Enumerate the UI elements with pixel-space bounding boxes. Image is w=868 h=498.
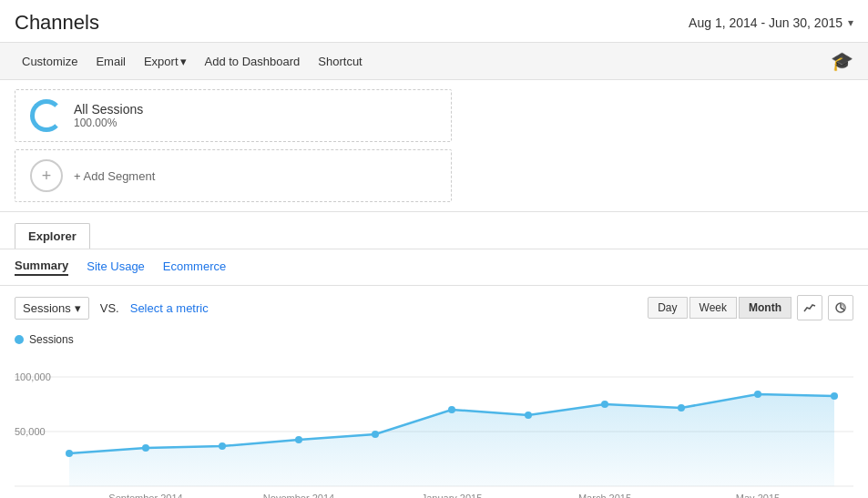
chart-point bbox=[525, 412, 532, 419]
add-segment-circle-icon: + bbox=[30, 159, 63, 192]
select-metric-link[interactable]: Select a metric bbox=[130, 301, 209, 315]
export-chevron-icon: ▾ bbox=[180, 55, 187, 68]
svg-text:January 2015: January 2015 bbox=[422, 493, 483, 498]
date-range-chevron-icon: ▾ bbox=[848, 16, 853, 29]
segment-area: All Sessions 100.00% + + Add Segment bbox=[0, 80, 868, 212]
svg-text:50,000: 50,000 bbox=[15, 426, 46, 437]
legend-dot-icon bbox=[15, 335, 24, 344]
metric-label: Sessions bbox=[23, 301, 71, 315]
pie-chart-type-button[interactable] bbox=[828, 295, 853, 320]
line-chart-icon bbox=[803, 301, 816, 314]
metric-select[interactable]: Sessions ▾ bbox=[15, 297, 89, 320]
segment-info: All Sessions 100.00% bbox=[74, 102, 143, 129]
toolbar: Customize Email Export ▾ Add to Dashboar… bbox=[0, 43, 868, 80]
chart-point bbox=[448, 406, 455, 413]
chart-point bbox=[678, 404, 685, 412]
explorer-tab[interactable]: Explorer bbox=[15, 223, 90, 249]
tab-summary[interactable]: Summary bbox=[15, 259, 68, 276]
export-button[interactable]: Export ▾ bbox=[137, 51, 194, 72]
segment-percentage: 100.00% bbox=[74, 117, 143, 129]
tab-site-usage[interactable]: Site Usage bbox=[87, 259, 145, 275]
customize-button[interactable]: Customize bbox=[15, 51, 85, 72]
chart-controls: Sessions ▾ VS. Select a metric Day Week … bbox=[0, 286, 868, 330]
mortarboard-icon: 🎓 bbox=[831, 51, 853, 71]
legend-label: Sessions bbox=[29, 333, 74, 346]
toolbar-right: 🎓 bbox=[831, 50, 853, 72]
period-week-button[interactable]: Week bbox=[689, 297, 737, 319]
segment-donut-icon bbox=[30, 99, 63, 132]
shortcut-button[interactable]: Shortcut bbox=[311, 51, 369, 72]
period-month-button[interactable]: Month bbox=[739, 297, 791, 319]
svg-text:November 2014: November 2014 bbox=[263, 493, 334, 498]
tab-ecommerce[interactable]: Ecommerce bbox=[163, 259, 226, 275]
email-button[interactable]: Email bbox=[88, 51, 133, 72]
all-sessions-segment: All Sessions 100.00% bbox=[15, 89, 452, 142]
date-range[interactable]: Aug 1, 2014 - Jun 30, 2015 ▾ bbox=[689, 15, 853, 30]
chart-point bbox=[219, 442, 226, 450]
period-day-button[interactable]: Day bbox=[648, 297, 687, 319]
chart-point bbox=[831, 392, 838, 400]
svg-text:May 2015: May 2015 bbox=[736, 493, 780, 498]
svg-text:100,000: 100,000 bbox=[15, 371, 51, 382]
chart-point bbox=[295, 436, 302, 443]
line-chart-svg: 100,000 50,000 September 2014 November 2… bbox=[15, 350, 853, 498]
svg-text:September 2014: September 2014 bbox=[108, 493, 182, 498]
pie-chart-icon bbox=[834, 301, 847, 314]
svg-text:March 2015: March 2015 bbox=[578, 493, 631, 498]
chart-point bbox=[601, 401, 608, 408]
vs-label: VS. bbox=[100, 301, 119, 315]
add-segment-card[interactable]: + + Add Segment bbox=[15, 149, 452, 202]
segment-name: All Sessions bbox=[74, 102, 143, 117]
chart-point bbox=[66, 450, 73, 457]
add-to-dashboard-button[interactable]: Add to Dashboard bbox=[198, 51, 308, 72]
chart-point bbox=[754, 391, 761, 398]
metric-chevron-icon: ▾ bbox=[75, 301, 81, 315]
sub-tab-bar: Summary Site Usage Ecommerce bbox=[0, 249, 868, 286]
line-chart-type-button[interactable] bbox=[797, 295, 822, 320]
add-segment-label: + Add Segment bbox=[74, 169, 155, 183]
chart-point bbox=[142, 444, 149, 452]
chart-legend: Sessions bbox=[0, 330, 868, 350]
page-header: Channels Aug 1, 2014 - Jun 30, 2015 ▾ bbox=[0, 0, 868, 43]
period-buttons: Day Week Month bbox=[648, 295, 853, 320]
chart-area: 100,000 50,000 September 2014 November 2… bbox=[0, 350, 868, 498]
page-title: Channels bbox=[15, 11, 99, 35]
chart-point bbox=[372, 431, 379, 438]
date-range-text: Aug 1, 2014 - Jun 30, 2015 bbox=[689, 15, 842, 30]
explorer-tab-bar: Explorer bbox=[0, 212, 868, 249]
